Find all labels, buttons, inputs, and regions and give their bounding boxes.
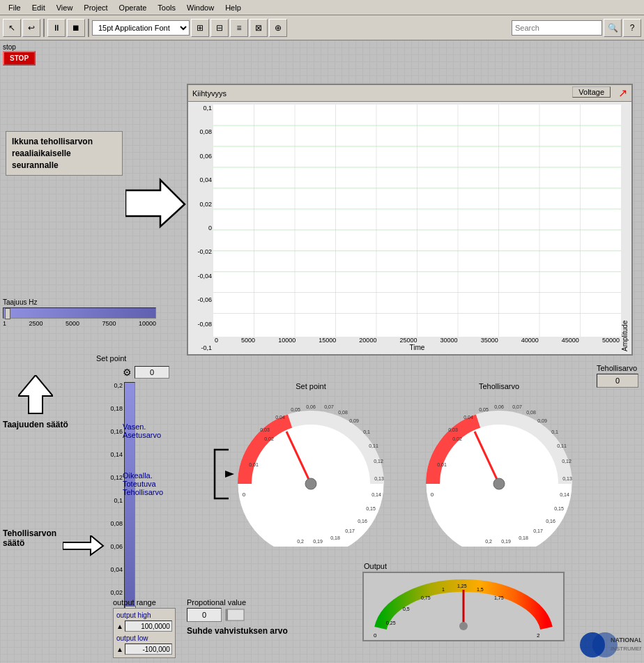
output-low-down-icon[interactable]: ▲ xyxy=(116,646,123,653)
svg-point-26 xyxy=(305,478,316,489)
setpoint-input-area: ⚙ xyxy=(123,366,169,379)
tehollisarvo-label-tr: Tehollisarvo xyxy=(597,364,638,372)
x-axis-label: Time xyxy=(213,344,621,351)
svg-text:0,12: 0,12 xyxy=(562,459,572,464)
taajuuden-saato-label: Taajuuden säätö xyxy=(3,420,72,429)
setpoint-gauge-svg: 0 0,01 0,02 0,03 0,04 0,05 0,06 0,07 0,0… xyxy=(234,393,388,547)
svg-text:0,12: 0,12 xyxy=(374,459,383,464)
toolbar-btn-pause[interactable]: ⏸ xyxy=(47,19,66,37)
svg-text:0,16: 0,16 xyxy=(546,519,555,524)
chart-svg xyxy=(213,105,621,337)
setpoint-slider-track[interactable] xyxy=(124,382,135,619)
svg-text:0,75: 0,75 xyxy=(421,595,431,600)
search-input[interactable] xyxy=(512,20,602,36)
search-btn[interactable]: 🔍 xyxy=(604,19,622,37)
frequency-section: Taajuus Hz 1 2500 5000 7500 10000 xyxy=(3,298,156,327)
menu-operate[interactable]: Operate xyxy=(114,2,153,13)
proportional-value-row: 0 xyxy=(187,608,288,622)
svg-text:0,06: 0,06 xyxy=(306,404,316,409)
freq-slider-track[interactable] xyxy=(3,307,156,319)
stop-button[interactable]: STOP xyxy=(3,51,36,66)
setpoint-gear-icon[interactable]: ⚙ xyxy=(123,367,132,378)
toolbar: ↖ ↩ ⏸ ⏹ 15pt Application Font ⊞ ⊟ ≡ ⊠ ⊕ … xyxy=(0,15,644,40)
proportional-section: Propotional value 0 Suhde vahvistuksen a… xyxy=(187,598,288,636)
help-btn[interactable]: ? xyxy=(623,19,641,37)
tehollisarvon-saato-label: Tehollisarvonsäätö xyxy=(3,528,56,548)
output-high-label: output high xyxy=(116,611,151,619)
svg-text:0,15: 0,15 xyxy=(554,506,564,511)
toolbar-btn-align[interactable]: ⊟ xyxy=(210,19,229,37)
svg-text:0,2: 0,2 xyxy=(485,539,492,544)
menu-view[interactable]: View xyxy=(51,2,79,13)
output-high-input-row: ▲ xyxy=(116,620,172,632)
toolbar-btn-resize[interactable]: ⊠ xyxy=(250,19,268,37)
menubar: File Edit View Project Operate Tools Win… xyxy=(0,0,644,15)
svg-text:0,04: 0,04 xyxy=(275,415,285,420)
svg-text:0,15: 0,15 xyxy=(366,506,376,511)
toolbar-btn-order[interactable]: ⊕ xyxy=(269,19,287,37)
freq-label: Taajuus Hz xyxy=(3,298,156,306)
vasen-label: Vasen.Asetusarvo xyxy=(123,422,161,439)
svg-text:2: 2 xyxy=(537,632,540,639)
svg-marker-0 xyxy=(125,180,185,227)
suhde-label: Suhde vahvistuksen arvo xyxy=(187,626,288,636)
setpoint-value-input[interactable] xyxy=(135,366,169,379)
svg-point-73 xyxy=(459,622,468,630)
svg-text:0,18: 0,18 xyxy=(519,535,528,540)
font-dropdown[interactable]: 15pt Application Font xyxy=(92,20,190,36)
tehollisarvo-gauge-section: Tehollisarvo 0 0,01 0,02 0,03 0,04 0,05 … xyxy=(422,382,576,548)
menu-help[interactable]: Help xyxy=(220,2,247,13)
menu-edit[interactable]: Edit xyxy=(26,2,51,13)
menu-tools[interactable]: Tools xyxy=(152,2,181,13)
main-area: stop STOP Ikkuna tehollisarvon reaaliaik… xyxy=(0,40,644,663)
svg-text:INSTRUMENTS: INSTRUMENTS xyxy=(611,646,641,652)
svg-text:0,13: 0,13 xyxy=(374,476,384,481)
proportional-label: Propotional value xyxy=(187,598,288,607)
arrow-tehollisarvo xyxy=(63,535,105,556)
svg-text:1,25: 1,25 xyxy=(457,584,467,588)
svg-text:0,13: 0,13 xyxy=(562,476,572,481)
svg-text:0,06: 0,06 xyxy=(494,404,504,409)
svg-point-50 xyxy=(493,478,505,489)
kiihtyvyys-chart: Kiihtyvyys Voltage ↗ 0,1 0,08 0,06 0,04 … xyxy=(187,84,633,356)
svg-text:0,08: 0,08 xyxy=(338,410,348,415)
y-axis-labels: 0,1 0,08 0,06 0,04 0,02 0 -0,02 -0,04 -0… xyxy=(191,105,213,351)
svg-text:0,05: 0,05 xyxy=(291,407,300,412)
setpoint-slider-area: 0,2 0,18 0,16 0,14 0,12 0,1 0,08 0,06 0,… xyxy=(103,382,135,619)
voltage-button[interactable]: Voltage xyxy=(572,86,611,98)
svg-rect-83 xyxy=(226,609,244,620)
output-high-up-icon[interactable]: ▲ xyxy=(116,623,123,630)
svg-text:0,02: 0,02 xyxy=(452,436,462,441)
x-axis-labels: 0 5000 10000 15000 20000 25000 30000 350… xyxy=(213,337,621,344)
toolbar-btn-dist[interactable]: ≡ xyxy=(230,19,248,37)
svg-text:0: 0 xyxy=(243,491,246,498)
output-low-input[interactable] xyxy=(125,643,172,655)
menu-project[interactable]: Project xyxy=(78,2,113,13)
svg-text:0,11: 0,11 xyxy=(557,443,567,448)
output-range-title: output range xyxy=(113,598,176,607)
svg-rect-84 xyxy=(226,609,228,620)
svg-text:0,02: 0,02 xyxy=(264,436,274,441)
tehollisarvo-gauge-label: Tehollisarvo xyxy=(422,382,576,390)
toolbar-btn-arrow[interactable]: ↖ xyxy=(3,19,21,37)
setpoint-gauge-label: Set point xyxy=(234,382,388,390)
menu-window[interactable]: Window xyxy=(181,2,220,13)
menu-file[interactable]: File xyxy=(3,2,26,13)
svg-text:1,75: 1,75 xyxy=(494,595,504,600)
tehollisarvo-value-tr: 0 xyxy=(597,374,638,388)
svg-text:0,07: 0,07 xyxy=(324,404,334,409)
svg-text:0,16: 0,16 xyxy=(358,519,367,524)
setpoint-gauge-section: Set point 0 0,01 0,02 0,03 0,04 0,05 0,0… xyxy=(234,382,388,548)
svg-text:0,01: 0,01 xyxy=(249,462,259,467)
chart-title: Kiihtyvyys xyxy=(192,89,227,98)
svg-text:0,19: 0,19 xyxy=(501,539,511,544)
output-high-input[interactable] xyxy=(125,620,172,632)
toolbar-btn-grid[interactable]: ⊞ xyxy=(191,19,209,37)
arrow-to-gauges xyxy=(208,446,236,502)
freq-slider-thumb[interactable] xyxy=(5,308,10,319)
toolbar-sep2 xyxy=(88,19,89,37)
toolbar-btn-abort[interactable]: ⏹ xyxy=(67,19,85,37)
svg-text:0,03: 0,03 xyxy=(260,427,270,432)
toolbar-btn-run[interactable]: ↩ xyxy=(22,19,40,37)
svg-marker-21 xyxy=(18,375,53,413)
